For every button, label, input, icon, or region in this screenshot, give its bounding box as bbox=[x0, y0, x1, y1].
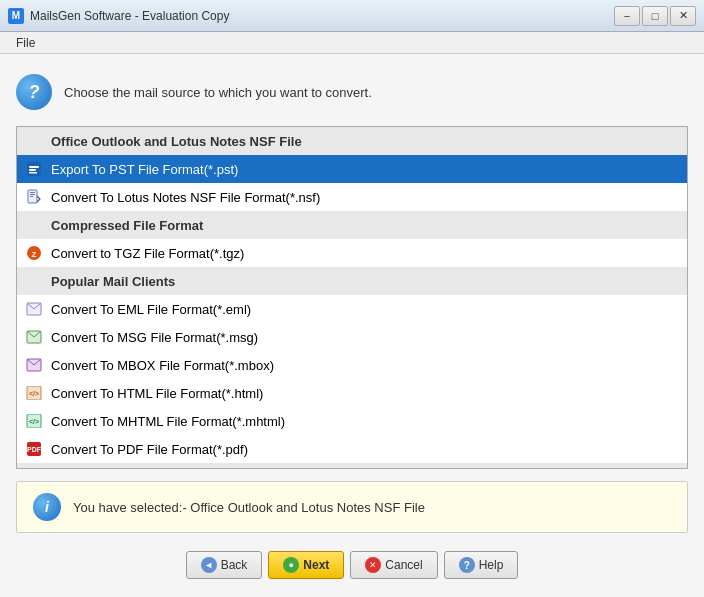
category-label-3: Popular Mail Clients bbox=[51, 274, 175, 289]
next-label: Next bbox=[303, 558, 329, 572]
list-item-pst[interactable]: Export To PST File Format(*.pst) bbox=[17, 155, 687, 183]
svg-rect-2 bbox=[29, 169, 36, 171]
list-item-mbox[interactable]: Convert To MBOX File Format(*.mbox) bbox=[17, 351, 687, 379]
svg-rect-7 bbox=[30, 196, 33, 197]
back-button[interactable]: ◄ Back bbox=[186, 551, 263, 579]
item-label-eml: Convert To EML File Format(*.eml) bbox=[51, 302, 251, 317]
list-item-nsf[interactable]: Convert To Lotus Notes NSF File Format(*… bbox=[17, 183, 687, 211]
item-label-nsf: Convert To Lotus Notes NSF File Format(*… bbox=[51, 190, 320, 205]
msg-icon bbox=[25, 328, 43, 346]
close-button[interactable]: ✕ bbox=[670, 6, 696, 26]
status-text: You have selected:- Office Outlook and L… bbox=[73, 500, 425, 515]
title-bar-left: M MailsGen Software - Evaluation Copy bbox=[8, 8, 229, 24]
category-icon-2 bbox=[25, 216, 43, 234]
format-list-scroll[interactable]: Office Outlook and Lotus Notes NSF File … bbox=[17, 127, 687, 468]
menu-bar: File bbox=[0, 32, 704, 54]
help-circle-icon: ? bbox=[459, 557, 475, 573]
next-button[interactable]: ● Next bbox=[268, 551, 344, 579]
header-description: Choose the mail source to which you want… bbox=[64, 85, 372, 100]
item-label-pdf: Convert To PDF File Format(*.pdf) bbox=[51, 442, 248, 457]
svg-rect-5 bbox=[30, 192, 35, 193]
pdf-icon: PDF bbox=[25, 440, 43, 458]
title-bar: M MailsGen Software - Evaluation Copy − … bbox=[0, 0, 704, 32]
list-item-msg[interactable]: Convert To MSG File Format(*.msg) bbox=[17, 323, 687, 351]
list-item-eml[interactable]: Convert To EML File Format(*.eml) bbox=[17, 295, 687, 323]
svg-rect-3 bbox=[29, 172, 37, 174]
window-title: MailsGen Software - Evaluation Copy bbox=[30, 9, 229, 23]
svg-text:Z: Z bbox=[32, 250, 37, 259]
app-icon: M bbox=[8, 8, 24, 24]
item-label-pst: Export To PST File Format(*.pst) bbox=[51, 162, 238, 177]
header-row: ? Choose the mail source to which you wa… bbox=[16, 70, 688, 114]
status-bar: i You have selected:- Office Outlook and… bbox=[16, 481, 688, 533]
item-label-mhtml: Convert To MHTML File Format(*.mhtml) bbox=[51, 414, 285, 429]
help-label: Help bbox=[479, 558, 504, 572]
item-label-tgz: Convert to TGZ File Format(*.tgz) bbox=[51, 246, 244, 261]
svg-text:PDF: PDF bbox=[27, 446, 42, 453]
maximize-button[interactable]: □ bbox=[642, 6, 668, 26]
list-item-html[interactable]: </> Convert To HTML File Format(*.html) bbox=[17, 379, 687, 407]
list-item-mhtml[interactable]: </> Convert To MHTML File Format(*.mhtml… bbox=[17, 407, 687, 435]
list-item-tgz[interactable]: Z Convert to TGZ File Format(*.tgz) bbox=[17, 239, 687, 267]
back-label: Back bbox=[221, 558, 248, 572]
tgz-icon: Z bbox=[25, 244, 43, 262]
pst-icon bbox=[25, 160, 43, 178]
bottom-bar: ◄ Back ● Next ✕ Cancel ? Help bbox=[16, 545, 688, 581]
cancel-button[interactable]: ✕ Cancel bbox=[350, 551, 437, 579]
html-icon: </> bbox=[25, 384, 43, 402]
category-outlook-lotus: Office Outlook and Lotus Notes NSF File bbox=[17, 127, 687, 155]
help-button[interactable]: ? Help bbox=[444, 551, 519, 579]
category-mail-clients: Popular Mail Clients bbox=[17, 267, 687, 295]
header-info-icon: ? bbox=[16, 74, 52, 110]
cancel-circle-icon: ✕ bbox=[365, 557, 381, 573]
nsf-icon bbox=[25, 188, 43, 206]
content-area: ? Choose the mail source to which you wa… bbox=[0, 54, 704, 597]
svg-text:</>: </> bbox=[29, 390, 39, 397]
category-label-2: Compressed File Format bbox=[51, 218, 203, 233]
minimize-button[interactable]: − bbox=[614, 6, 640, 26]
status-info-icon: i bbox=[33, 493, 61, 521]
list-item-pdf[interactable]: PDF Convert To PDF File Format(*.pdf) bbox=[17, 435, 687, 463]
file-menu[interactable]: File bbox=[8, 34, 43, 52]
mhtml-icon: </> bbox=[25, 412, 43, 430]
svg-rect-6 bbox=[30, 194, 35, 195]
item-label-msg: Convert To MSG File Format(*.msg) bbox=[51, 330, 258, 345]
mbox-icon bbox=[25, 356, 43, 374]
eml-icon bbox=[25, 300, 43, 318]
svg-rect-1 bbox=[29, 166, 39, 168]
category-compressed: Compressed File Format bbox=[17, 211, 687, 239]
format-list-container: Office Outlook and Lotus Notes NSF File … bbox=[16, 126, 688, 469]
cancel-label: Cancel bbox=[385, 558, 422, 572]
category-icon bbox=[25, 132, 43, 150]
title-controls: − □ ✕ bbox=[614, 6, 696, 26]
category-remote: Upload To Remote Servers bbox=[17, 463, 687, 468]
svg-text:</>: </> bbox=[29, 418, 39, 425]
back-arrow-icon: ◄ bbox=[201, 557, 217, 573]
category-label: Office Outlook and Lotus Notes NSF File bbox=[51, 134, 302, 149]
item-label-html: Convert To HTML File Format(*.html) bbox=[51, 386, 263, 401]
next-circle-icon: ● bbox=[283, 557, 299, 573]
category-icon-3 bbox=[25, 272, 43, 290]
item-label-mbox: Convert To MBOX File Format(*.mbox) bbox=[51, 358, 274, 373]
